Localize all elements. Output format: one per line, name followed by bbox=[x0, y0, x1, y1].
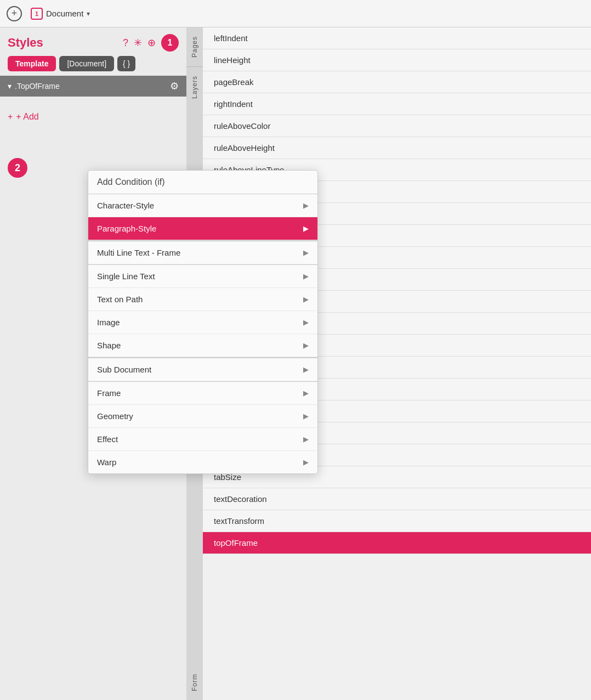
chevron-down-icon: ▾ bbox=[87, 10, 90, 18]
chevron-right-icon-geometry: ▶ bbox=[303, 412, 309, 420]
tab-document[interactable]: [Document] bbox=[59, 56, 114, 71]
triangle-icon: ▾ bbox=[8, 82, 12, 91]
prop-item-topOfFrame[interactable]: topOfFrame bbox=[203, 532, 591, 554]
sidebar-header: Styles ? ✳ ⊕ 1 bbox=[0, 27, 186, 56]
tab-template[interactable]: Template bbox=[8, 56, 56, 71]
menu-item-label-character-style: Character-Style bbox=[97, 201, 154, 210]
menu-item-warp[interactable]: Warp▶ bbox=[88, 451, 317, 473]
sidebar-icons: ? ✳ ⊕ 1 bbox=[123, 34, 179, 52]
menu-item-label-multi-line-text: Multi Line Text - Frame bbox=[97, 248, 180, 257]
menu-item-label-add-condition: Add Condition (if) bbox=[97, 177, 165, 187]
menu-item-label-paragraph-style: Paragraph-Style bbox=[97, 224, 156, 233]
global-add-button[interactable]: + bbox=[7, 6, 22, 21]
menu-item-paragraph-style[interactable]: Paragraph-Style▶ bbox=[88, 217, 317, 240]
chevron-right-icon-warp: ▶ bbox=[303, 458, 309, 466]
menu-item-label-text-on-path: Text on Path bbox=[97, 295, 143, 304]
menu-item-effect[interactable]: Effect▶ bbox=[88, 428, 317, 451]
prop-item-pageBreak[interactable]: pageBreak bbox=[203, 71, 591, 93]
add-style-icon[interactable]: ⊕ bbox=[147, 37, 156, 49]
document-selector[interactable]: 1 Document ▾ bbox=[31, 8, 90, 20]
chevron-right-icon-paragraph-style: ▶ bbox=[303, 224, 309, 233]
chevron-right-icon-character-style: ▶ bbox=[303, 201, 309, 210]
add-button[interactable]: + + Add bbox=[8, 112, 179, 122]
prop-item-ruleAboveColor[interactable]: ruleAboveColor bbox=[203, 115, 591, 137]
chevron-right-icon-image: ▶ bbox=[303, 318, 309, 326]
style-item-row[interactable]: ▾ .TopOfFrame ⚙ bbox=[0, 76, 186, 97]
top-bar: + 1 Document ▾ bbox=[0, 0, 591, 27]
prop-item-leftIndent[interactable]: leftIndent bbox=[203, 27, 591, 49]
menu-item-single-line-text[interactable]: Single Line Text▶ bbox=[88, 265, 317, 288]
menu-item-image[interactable]: Image▶ bbox=[88, 311, 317, 334]
menu-item-label-single-line-text: Single Line Text bbox=[97, 272, 155, 281]
vtab-layers[interactable]: Layers bbox=[187, 67, 202, 108]
sidebar-tabs: Template [Document] { } bbox=[0, 56, 186, 76]
menu-item-text-on-path[interactable]: Text on Path▶ bbox=[88, 288, 317, 311]
add-label: + Add bbox=[16, 112, 38, 122]
badge-2: 2 bbox=[8, 158, 27, 178]
menu-item-frame[interactable]: Frame▶ bbox=[88, 382, 317, 405]
sparkle-icon[interactable]: ✳ bbox=[134, 37, 142, 49]
prop-item-rightIndent[interactable]: rightIndent bbox=[203, 93, 591, 115]
plus-icon-add: + bbox=[8, 112, 13, 122]
chevron-right-icon-shape: ▶ bbox=[303, 341, 309, 349]
main-layout: Styles ? ✳ ⊕ 1 Template [Document] { } ▾… bbox=[0, 27, 591, 700]
document-icon: 1 bbox=[31, 8, 43, 20]
menu-item-geometry[interactable]: Geometry▶ bbox=[88, 405, 317, 428]
menu-item-sub-document[interactable]: Sub Document▶ bbox=[88, 357, 317, 381]
prop-item-textDecoration[interactable]: textDecoration bbox=[203, 488, 591, 510]
dropdown-menu: Add Condition (if)Character-Style▶Paragr… bbox=[88, 170, 318, 474]
menu-item-label-frame: Frame bbox=[97, 388, 121, 398]
badge-1: 1 bbox=[161, 34, 179, 52]
style-item-name: .TopOfFrame bbox=[15, 82, 60, 91]
prop-item-ruleAboveHeight[interactable]: ruleAboveHeight bbox=[203, 137, 591, 159]
left-sidebar: Styles ? ✳ ⊕ 1 Template [Document] { } ▾… bbox=[0, 27, 186, 700]
menu-item-character-style[interactable]: Character-Style▶ bbox=[88, 194, 317, 217]
menu-item-label-sub-document: Sub Document bbox=[97, 365, 151, 374]
help-icon[interactable]: ? bbox=[123, 37, 128, 49]
styles-title: Styles bbox=[8, 36, 43, 50]
vtab-form[interactable]: Form bbox=[187, 665, 202, 700]
chevron-right-icon-multi-line-text: ▶ bbox=[303, 249, 309, 257]
document-label: Document bbox=[46, 9, 83, 18]
chevron-right-icon-effect: ▶ bbox=[303, 435, 309, 443]
menu-item-label-warp: Warp bbox=[97, 458, 116, 467]
menu-item-label-effect: Effect bbox=[97, 434, 118, 444]
menu-item-label-image: Image bbox=[97, 318, 120, 327]
style-item-left: ▾ .TopOfFrame bbox=[8, 82, 60, 91]
menu-item-add-condition[interactable]: Add Condition (if) bbox=[88, 171, 317, 194]
tab-brace[interactable]: { } bbox=[117, 56, 135, 71]
chevron-right-icon-sub-document: ▶ bbox=[303, 365, 309, 374]
vtab-pages[interactable]: Pages bbox=[187, 27, 202, 66]
chevron-right-icon-text-on-path: ▶ bbox=[303, 295, 309, 303]
prop-item-textTransform[interactable]: textTransform bbox=[203, 510, 591, 532]
add-button-row: + + Add bbox=[0, 105, 186, 128]
menu-item-label-shape: Shape bbox=[97, 341, 121, 350]
chevron-right-icon-single-line-text: ▶ bbox=[303, 272, 309, 280]
menu-item-label-geometry: Geometry bbox=[97, 411, 133, 421]
gear-icon[interactable]: ⚙ bbox=[170, 80, 179, 92]
menu-item-shape[interactable]: Shape▶ bbox=[88, 334, 317, 357]
menu-item-multi-line-text[interactable]: Multi Line Text - Frame▶ bbox=[88, 240, 317, 264]
prop-item-lineHeight[interactable]: lineHeight bbox=[203, 49, 591, 71]
chevron-right-icon-frame: ▶ bbox=[303, 389, 309, 397]
plus-icon: + bbox=[12, 8, 18, 19]
